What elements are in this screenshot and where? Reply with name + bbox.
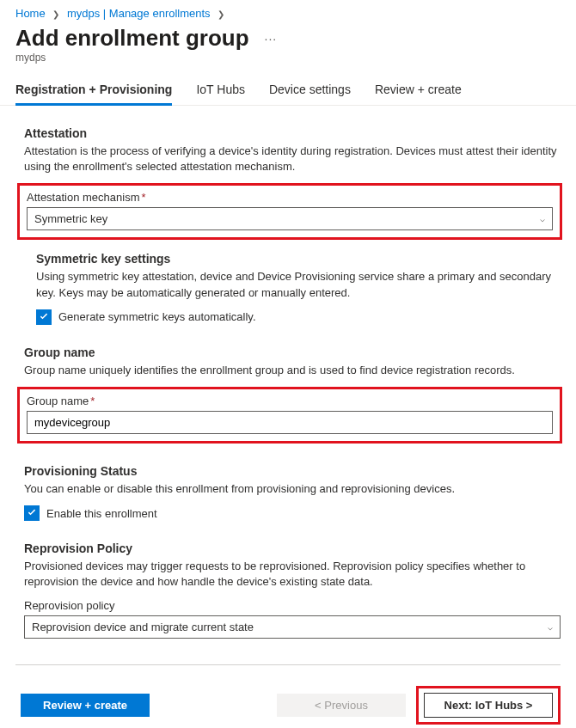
chevron-down-icon: ⌵ [540,214,545,223]
provisioning-status-section: Provisioning Status You can enable or di… [24,464,561,521]
enable-enrollment-label: Enable this enrollment [46,507,157,520]
highlight-attestation: Attestation mechanism* Symmetric key ⌵ [17,183,562,240]
reprovision-policy-select[interactable]: Reprovision device and migrate current s… [24,615,561,639]
tab-device-settings[interactable]: Device settings [269,76,351,105]
attestation-mechanism-value: Symmetric key [34,212,107,225]
enable-enrollment-checkbox[interactable] [24,505,40,521]
next-button[interactable]: Next: IoT Hubs > [424,693,553,718]
provisioning-status-header: Provisioning Status [24,464,561,478]
check-icon [39,312,49,322]
tab-bar: Registration + Provisioning IoT Hubs Dev… [0,76,576,106]
page-subtitle: mydps [0,52,576,76]
breadcrumb-home[interactable]: Home [15,7,46,20]
symmetric-key-desc: Using symmetric key attestation, device … [36,269,561,300]
highlight-group-name: Group name* [17,387,562,444]
group-name-label: Group name* [27,395,553,407]
group-name-header: Group name [24,346,561,359]
chevron-right-icon: ❯ [218,9,224,19]
page-title: Add enrollment group [15,25,249,52]
reprovision-policy-header: Reprovision Policy [24,541,561,555]
breadcrumb-path1[interactable]: mydps | Manage enrollments [67,7,211,20]
generate-keys-checkbox[interactable] [36,309,52,325]
attestation-section: Attestation Attestation is the process o… [24,126,561,325]
attestation-mechanism-select[interactable]: Symmetric key ⌵ [27,207,553,230]
tab-registration-provisioning[interactable]: Registration + Provisioning [15,76,172,105]
chevron-right-icon: ❯ [52,9,59,19]
chevron-down-icon: ⌵ [548,622,553,632]
tab-review-create[interactable]: Review + create [375,76,462,105]
generate-keys-label: Generate symmetric keys automatically. [58,310,256,323]
more-actions-button[interactable]: ··· [265,32,278,46]
breadcrumb: Home ❯ mydps | Manage enrollments ❯ [0,0,576,23]
footer: Review + create < Previous Next: IoT Hub… [0,665,576,729]
review-create-button[interactable]: Review + create [21,694,150,717]
reprovision-policy-desc: Provisioned devices may trigger requests… [24,559,561,590]
check-icon [27,508,37,518]
previous-button: < Previous [277,694,406,717]
provisioning-status-desc: You can enable or disable this enrollmen… [24,481,561,497]
group-name-input-field[interactable] [34,416,545,429]
attestation-desc: Attestation is the process of verifying … [24,144,561,174]
symmetric-key-header: Symmetric key settings [36,252,561,266]
highlight-next: Next: IoT Hubs > [416,686,561,725]
group-name-section: Group name Group name uniquely identifie… [24,346,561,444]
group-name-input[interactable] [27,411,553,434]
reprovision-policy-label: Reprovision policy [24,599,561,612]
reprovision-policy-value: Reprovision device and migrate current s… [32,621,254,633]
reprovision-policy-section: Reprovision Policy Provisioned devices m… [24,541,561,638]
group-name-desc: Group name uniquely identifies the enrol… [24,363,561,378]
tab-iot-hubs[interactable]: IoT Hubs [196,76,245,105]
attestation-mechanism-label: Attestation mechanism* [27,191,553,204]
attestation-header: Attestation [24,126,561,140]
